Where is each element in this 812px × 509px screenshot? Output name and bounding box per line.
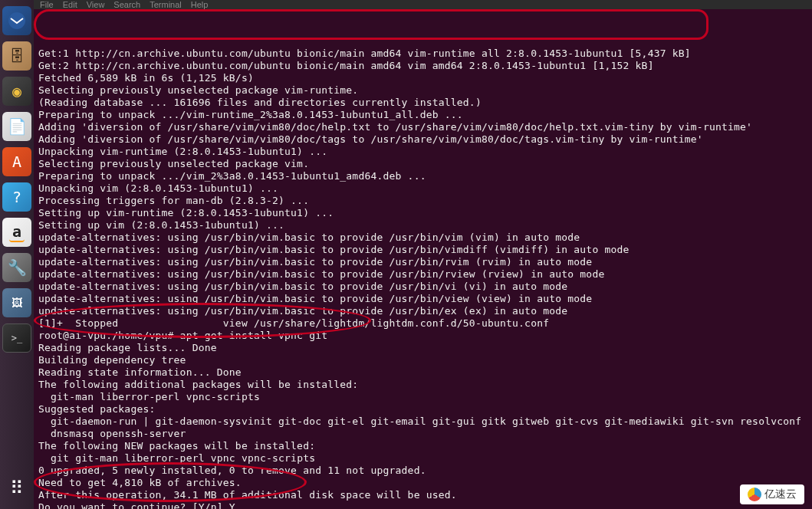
terminal-line: root@ai-vpu:/home/vpu# apt-get install v… [38,330,807,342]
menu-search[interactable]: Search [113,0,140,9]
terminal-menubar: File Edit View Search Terminal Help [34,0,812,9]
terminal-line: Selecting previously unselected package … [38,84,807,97]
terminal-line: Suggested packages: [38,403,807,415]
terminal-line: update-alternatives: using /usr/bin/vim.… [38,244,807,256]
ubuntu-software-icon[interactable]: A [2,147,31,176]
terminal-line: Reading package lists... Done [38,342,807,354]
terminal-line: update-alternatives: using /usr/bin/vim.… [38,305,807,317]
writer-icon[interactable]: 📄 [2,112,31,141]
thunderbird-icon[interactable] [2,6,31,35]
watermark-text: 亿速云 [764,488,797,501]
terminal-line: update-alternatives: using /usr/bin/vim.… [38,293,807,305]
terminal-line: Unpacking vim (2:8.0.1453-1ubuntu1) ... [38,182,807,195]
terminal-content[interactable]: Get:1 http://cn.archive.ubuntu.com/ubunt… [34,9,812,509]
watermark-logo-icon [748,488,761,501]
terminal-line: After this operation, 34.1 MB of additio… [38,489,807,501]
terminal-line: The following NEW packages will be insta… [38,440,807,452]
system-settings-icon[interactable]: 🔧 [2,253,31,282]
menu-help[interactable]: Help [191,0,209,9]
terminal-window: File Edit View Search Terminal Help Get:… [34,0,812,509]
terminal-line: git git-man liberror-perl vpnc vpnc-scri… [38,452,807,465]
terminal-line: Preparing to unpack .../vim-runtime_2%3a… [38,109,807,121]
terminal-line: dnsmasq openssh-server [38,428,807,440]
terminal-line: Get:1 http://cn.archive.ubuntu.com/ubunt… [38,48,807,60]
image-viewer-icon[interactable]: 🖼 [2,288,31,317]
terminal-line: git-man liberror-perl vpnc-scripts [38,391,807,403]
svg-point-0 [8,12,25,29]
terminal-line: update-alternatives: using /usr/bin/vim.… [38,256,807,268]
menu-view[interactable]: View [87,0,105,9]
files-icon[interactable]: 🗄 [2,41,31,71]
terminal-line: Preparing to unpack .../vim_2%3a8.0.1453… [38,170,807,182]
menu-file[interactable]: File [40,0,54,9]
help-icon[interactable]: ? [2,182,31,212]
terminal-line: Setting up vim-runtime (2:8.0.1453-1ubun… [38,207,807,219]
terminal-line: (Reading database ... 161696 files and d… [38,97,807,109]
terminal-line: 0 upgraded, 5 newly installed, 0 to remo… [38,465,807,477]
menu-edit[interactable]: Edit [63,0,77,9]
terminal-launcher-icon[interactable]: >_ [2,323,31,353]
terminal-line: Adding 'diversion of /usr/share/vim/vim8… [38,133,807,146]
show-apps-icon[interactable]: ⠿ [2,474,31,503]
terminal-line: update-alternatives: using /usr/bin/vim.… [38,281,807,293]
terminal-line: Get:2 http://cn.archive.ubuntu.com/ubunt… [38,60,807,72]
menu-terminal[interactable]: Terminal [150,0,182,9]
terminal-line: Processing triggers for man-db (2.8.3-2)… [38,195,807,207]
terminal-line: Need to get 4,810 kB of archives. [38,477,807,489]
unity-launcher: 🗄 ◉ 📄 A ? a 🔧 🖼 >_ ⠿ [0,0,34,509]
terminal-line: [1]+ Stopped view /usr/share/lightdm/lig… [38,317,807,330]
watermark-badge: 亿速云 [740,484,804,504]
terminal-line: update-alternatives: using /usr/bin/vim.… [38,232,807,244]
terminal-line: git-daemon-run | git-daemon-sysvinit git… [38,415,807,428]
terminal-line: update-alternatives: using /usr/bin/vim.… [38,268,807,281]
amazon-icon[interactable]: a [2,218,31,247]
terminal-line: Adding 'diversion of /usr/share/vim/vim8… [38,121,807,133]
terminal-line: Reading state information... Done [38,366,807,379]
terminal-line: Setting up vim (2:8.0.1453-1ubuntu1) ... [38,219,807,232]
terminal-line: The following additional packages will b… [38,379,807,391]
terminal-line: Do you want to continue? [Y/n] Y [38,501,807,509]
terminal-line: Selecting previously unselected package … [38,158,807,170]
terminal-line: Unpacking vim-runtime (2:8.0.1453-1ubunt… [38,146,807,158]
terminal-line: Building dependency tree [38,354,807,366]
terminal-line: Fetched 6,589 kB in 6s (1,125 kB/s) [38,72,807,84]
rhythmbox-icon[interactable]: ◉ [2,77,31,106]
